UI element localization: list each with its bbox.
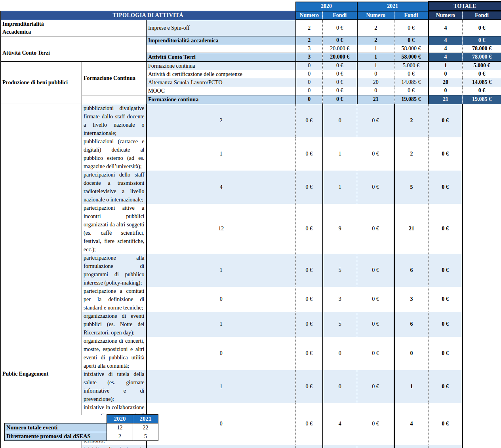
category-conto-terzi[interactable]: Attività Conto Terzi: [1, 45, 147, 61]
cell-fondi-2021[interactable]: 0 €: [394, 70, 429, 78]
cell-fondi-2021[interactable]: 0 €: [357, 254, 394, 287]
cell-fondi-totale[interactable]: 0 €: [463, 70, 501, 78]
cell-numero-2020[interactable]: 4: [147, 171, 296, 204]
cell-fondi-2021[interactable]: 0 €: [357, 137, 394, 171]
cell-numero-2020[interactable]: 3: [296, 53, 323, 61]
cell-fondi-totale[interactable]: 0 €: [429, 204, 463, 254]
cell-fondi-totale[interactable]: 78.000 €: [463, 45, 501, 53]
cell-fondi-2021[interactable]: 5.000 €: [394, 61, 429, 70]
cell-fondi-totale[interactable]: 0 €: [463, 87, 501, 95]
cell-fondi-totale[interactable]: 78.000 €: [463, 53, 501, 61]
cell-fondi-totale[interactable]: 0 €: [429, 104, 463, 137]
activity-label[interactable]: [147, 45, 296, 53]
cell-fondi-2021[interactable]: 58.000 €: [394, 45, 429, 53]
events-header-2021[interactable]: 2021: [133, 415, 158, 423]
cell-fondi-totale[interactable]: 0 €: [429, 370, 463, 403]
cell-fondi-2021[interactable]: 2.790 €: [357, 445, 394, 448]
cell-fondi-totale[interactable]: 0 €: [429, 171, 463, 204]
cell-fondi-2020[interactable]: 0 €: [323, 78, 357, 87]
events-cell-2021[interactable]: 5: [133, 432, 158, 441]
cell-numero-2020[interactable]: 1: [147, 370, 296, 403]
activity-label[interactable]: Attività di certificazione delle compete…: [147, 70, 296, 78]
cell-numero-totale[interactable]: 2: [394, 137, 429, 171]
cell-numero-2020[interactable]: 3: [296, 45, 323, 53]
cell-fondi-2020[interactable]: 0 €: [296, 312, 323, 337]
cell-numero-2021[interactable]: 0: [323, 104, 357, 137]
cell-numero-totale[interactable]: 4: [429, 53, 463, 61]
cell-numero-totale[interactable]: 21: [429, 95, 463, 104]
cell-numero-2021[interactable]: 20: [357, 78, 394, 87]
activity-label[interactable]: iniziative di orientamento e interazione…: [82, 445, 147, 448]
activity-label[interactable]: organizzazione di concerti, mostre, espo…: [82, 337, 147, 370]
cell-numero-totale[interactable]: 0: [429, 87, 463, 95]
activity-label[interactable]: partecipazione a comitati per la definiz…: [82, 287, 147, 312]
cell-numero-totale[interactable]: 0: [394, 337, 429, 370]
cell-numero-totale[interactable]: 4: [429, 36, 463, 45]
cell-fondi-2021[interactable]: 0 €: [357, 171, 394, 204]
cell-fondi-2020[interactable]: 0 €: [296, 204, 323, 254]
cell-numero-2020[interactable]: 2: [296, 20, 323, 36]
cell-fondi-totale[interactable]: 0 €: [429, 312, 463, 337]
cell-numero-2020[interactable]: 1: [147, 137, 296, 171]
cell-fondi-2020[interactable]: 0 €: [323, 36, 357, 45]
cell-fondi-2020[interactable]: 0 €: [296, 104, 323, 137]
cell-numero-2021[interactable]: 9: [323, 204, 357, 254]
cell-numero-2020[interactable]: 1: [147, 254, 296, 287]
activity-label[interactable]: Imprese e Spin-off: [147, 20, 296, 36]
cell-fondi-2021[interactable]: 0 €: [394, 20, 429, 36]
cell-fondi-2020[interactable]: 0 €: [323, 95, 357, 104]
cell-fondi-totale[interactable]: 2.790 €: [429, 445, 463, 448]
cell-numero-totale[interactable]: 5: [394, 171, 429, 204]
cell-numero-totale[interactable]: 20: [429, 78, 463, 87]
cell-numero-2020[interactable]: 0: [147, 287, 296, 312]
cell-numero-2021[interactable]: 0: [357, 70, 394, 78]
cell-numero-2021[interactable]: 0: [323, 370, 357, 403]
cell-fondi-2020[interactable]: 0 €: [323, 61, 357, 70]
cell-numero-totale[interactable]: 4: [394, 403, 429, 445]
cell-numero-2020[interactable]: 0: [296, 78, 323, 87]
cell-fondi-totale[interactable]: 0 €: [463, 36, 501, 45]
cell-numero-totale[interactable]: 21: [394, 204, 429, 254]
cell-fondi-totale[interactable]: 0 €: [429, 137, 463, 171]
cell-fondi-totale[interactable]: 5.000 €: [463, 61, 501, 70]
events-cell-2021[interactable]: 22: [133, 423, 158, 432]
cell-fondi-2021[interactable]: 58.000 €: [394, 53, 429, 61]
cell-fondi-totale[interactable]: 0 €: [463, 20, 501, 36]
cell-numero-totale[interactable]: 0: [429, 70, 463, 78]
events-header-2020[interactable]: 2020: [107, 415, 133, 423]
cell-fondi-totale[interactable]: 19.085 €: [463, 95, 501, 104]
cell-numero-totale[interactable]: 3: [394, 287, 429, 312]
cell-numero-2021[interactable]: 5: [323, 254, 357, 287]
cell-fondi-2020[interactable]: 0 €: [296, 445, 323, 448]
cell-fondi-2021[interactable]: 0 €: [357, 204, 394, 254]
cell-numero-2021[interactable]: 5: [323, 445, 357, 448]
cell-numero-2020[interactable]: 12: [147, 204, 296, 254]
activity-label[interactable]: partecipazioni dello staff docente a tra…: [82, 171, 147, 204]
cell-numero-totale[interactable]: 1: [394, 370, 429, 403]
cell-fondi-2020[interactable]: 0 €: [323, 70, 357, 78]
cell-numero-2021[interactable]: 0: [323, 337, 357, 370]
cell-numero-2021[interactable]: 1: [357, 45, 394, 53]
header-numero-totale[interactable]: Numero: [429, 11, 463, 20]
activity-label[interactable]: iniziative di tutela della salute (es. g…: [82, 370, 147, 403]
cell-fondi-2020[interactable]: 0 €: [296, 287, 323, 312]
activity-label[interactable]: MOOC: [147, 87, 296, 95]
cell-numero-2021[interactable]: 1: [323, 137, 357, 171]
cell-fondi-2020[interactable]: 0 €: [323, 87, 357, 95]
cell-numero-2021[interactable]: 1: [357, 61, 394, 70]
cell-numero-2021[interactable]: 1: [323, 171, 357, 204]
cell-fondi-2020[interactable]: 0 €: [296, 403, 323, 445]
cell-numero-2021[interactable]: 1: [357, 53, 394, 61]
cell-numero-2020[interactable]: 0: [296, 61, 323, 70]
cell-fondi-2021[interactable]: 0 €: [357, 403, 394, 445]
cell-numero-2020[interactable]: 2: [147, 445, 296, 448]
header-fondi-2020[interactable]: Fondi: [323, 11, 357, 20]
activity-label[interactable]: partecipazioni attive a incontri pubblic…: [82, 204, 147, 254]
cell-numero-2020[interactable]: 0: [147, 403, 296, 445]
events-row-label[interactable]: Direttamente promossi dal dSEAS: [5, 432, 107, 441]
cell-numero-2020[interactable]: 2: [147, 104, 296, 137]
cell-fondi-2021[interactable]: 0 €: [394, 87, 429, 95]
cell-fondi-2021[interactable]: 0 €: [357, 337, 394, 370]
subcategory-public-engagement[interactable]: Public Engagement: [1, 104, 82, 448]
cell-fondi-totale[interactable]: 0 €: [429, 287, 463, 312]
